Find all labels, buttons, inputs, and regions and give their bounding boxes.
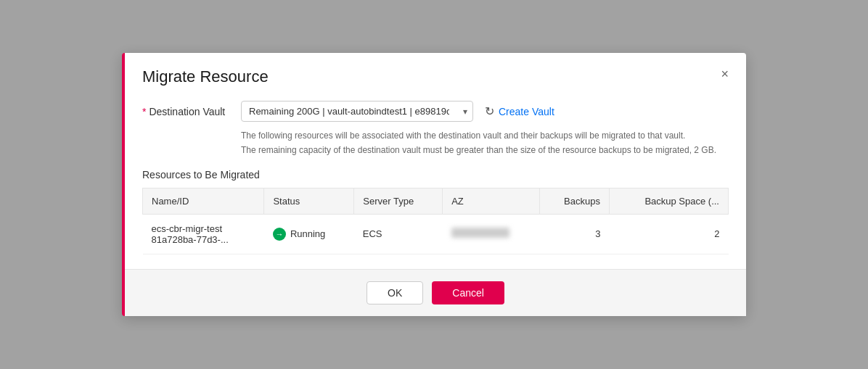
vault-select-wrapper: Remaining 200G | vault-autobindtest1 | e… (241, 101, 473, 122)
ok-button[interactable]: OK (367, 281, 423, 304)
cell-backups: 3 (539, 214, 609, 254)
running-status-icon: → (273, 228, 286, 241)
modal-footer: OK Cancel (125, 269, 746, 316)
col-name-id: Name/ID (143, 188, 264, 214)
hint-text: The following resources will be associat… (241, 129, 729, 157)
table-header-row: Name/ID Status Server Type AZ Backups Ba… (143, 188, 729, 214)
status-text: Running (290, 228, 325, 239)
col-server-type: Server Type (354, 188, 443, 214)
close-button[interactable]: × (721, 67, 729, 80)
cell-status: → Running (264, 214, 354, 254)
cell-server-type: ECS (354, 214, 443, 254)
create-vault-button[interactable]: ↻ Create Vault (485, 104, 554, 118)
col-az: AZ (443, 188, 540, 214)
modal-overlay: Migrate Resource × * Destination Vault R… (0, 0, 868, 369)
migrate-resource-modal: Migrate Resource × * Destination Vault R… (122, 53, 746, 315)
field-label-text: Destination Vault (149, 106, 225, 117)
status-badge: → Running (273, 228, 325, 241)
resource-name: ecs-cbr-migr-test (152, 223, 255, 234)
resources-table: Name/ID Status Server Type AZ Backups Ba… (142, 188, 729, 254)
col-backups: Backups (539, 188, 609, 214)
vault-select[interactable]: Remaining 200G | vault-autobindtest1 | e… (241, 101, 473, 122)
table-row: ecs-cbr-migr-test 81a728ba-77d3-... → Ru… (143, 214, 729, 254)
table-header: Name/ID Status Server Type AZ Backups Ba… (143, 188, 729, 214)
destination-vault-row: * Destination Vault Remaining 200G | vau… (142, 101, 729, 122)
cell-backup-space: 2 (609, 214, 728, 254)
resource-id: 81a728ba-77d3-... (152, 234, 255, 245)
destination-vault-label: * Destination Vault (142, 106, 229, 117)
az-blurred-value (451, 228, 509, 238)
hint-line-1: The following resources will be associat… (241, 129, 729, 143)
section-title: Resources to Be Migrated (142, 169, 729, 181)
create-vault-label: Create Vault (499, 106, 554, 117)
hint-line-2: The remaining capacity of the destinatio… (241, 144, 729, 157)
cancel-button[interactable]: Cancel (432, 281, 504, 304)
modal-body: * Destination Vault Remaining 200G | vau… (125, 86, 746, 268)
col-backup-space: Backup Space (... (609, 188, 728, 214)
cell-az (443, 214, 540, 254)
table-body: ecs-cbr-migr-test 81a728ba-77d3-... → Ru… (143, 214, 729, 254)
modal-header: Migrate Resource × (125, 53, 746, 86)
refresh-icon: ↻ (485, 104, 494, 118)
col-status: Status (264, 188, 354, 214)
modal-title: Migrate Resource (142, 67, 269, 86)
required-star: * (142, 106, 146, 117)
cell-name-id: ecs-cbr-migr-test 81a728ba-77d3-... (143, 214, 264, 254)
